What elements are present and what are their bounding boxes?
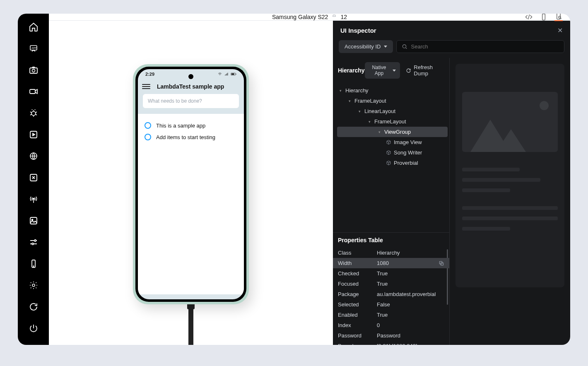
topbar-right-actions: [525, 14, 563, 21]
cube-icon: [386, 140, 391, 145]
table-row[interactable]: Index0: [333, 320, 449, 330]
device-icon[interactable]: [540, 14, 548, 21]
svg-point-25: [403, 45, 406, 48]
bug-icon[interactable]: [29, 108, 39, 118]
tree-node[interactable]: ▾FrameLayout: [337, 116, 448, 127]
inspect-icon[interactable]: [554, 14, 563, 21]
close-icon[interactable]: ✕: [557, 26, 563, 34]
usb-cable-icon: [188, 303, 193, 345]
svg-point-12: [34, 240, 36, 241]
table-row[interactable]: FocusedTrue: [333, 279, 449, 289]
properties-table[interactable]: ClassHierarchy Width1080 CheckedTrue Foc…: [333, 248, 449, 345]
sliders-icon[interactable]: [29, 237, 39, 247]
tree-node[interactable]: ▾FrameLayout: [337, 96, 448, 106]
selector-type-dropdown[interactable]: Accessibility ID: [339, 40, 393, 53]
battery-icon: [231, 72, 236, 76]
sidebar: APP: [18, 14, 49, 345]
inspector-title: UI Inspector: [340, 27, 376, 34]
ui-inspector-panel: UI Inspector ✕ Accessibility ID: [333, 21, 570, 345]
todo-item[interactable]: This is a sample app: [143, 120, 239, 131]
table-row[interactable]: ClassHierarchy: [333, 248, 449, 258]
svg-rect-19: [542, 14, 545, 20]
cube-icon: [386, 160, 391, 166]
phone-device-icon[interactable]: [29, 259, 39, 269]
svg-point-15: [33, 266, 34, 267]
app-icon[interactable]: APP: [29, 43, 39, 53]
tree-node[interactable]: ▾LinearLayout: [337, 106, 448, 116]
svg-point-16: [32, 284, 35, 287]
hamburger-icon[interactable]: [142, 84, 150, 89]
globe-icon[interactable]: [29, 151, 39, 161]
todo-list: This is a sample app Add items to start …: [138, 114, 244, 294]
radio-icon[interactable]: [145, 122, 151, 129]
clock: 2:29: [145, 72, 154, 77]
search-icon: [402, 43, 407, 50]
svg-point-3: [32, 69, 35, 72]
svg-point-18: [335, 16, 335, 16]
app-header: LambdaTest sample app: [138, 79, 244, 94]
tree-node[interactable]: Image View: [337, 137, 448, 147]
table-row[interactable]: EnabledTrue: [333, 310, 449, 320]
table-row[interactable]: Packageau.lambdatest.proverbial: [333, 289, 449, 299]
power-icon[interactable]: [29, 323, 39, 333]
search-field[interactable]: [396, 40, 564, 53]
chevron-down-icon: [384, 46, 387, 48]
app-shell: APP Samsung Galaxy S22 12: [18, 14, 570, 345]
table-row[interactable]: SelectedFalse: [333, 299, 449, 310]
copy-icon[interactable]: [439, 260, 444, 266]
video-icon[interactable]: [29, 87, 39, 96]
image-placeholder-icon: [462, 92, 558, 152]
search-input[interactable]: [411, 43, 559, 50]
svg-point-5: [31, 111, 36, 116]
camera-icon[interactable]: [29, 65, 39, 75]
table-row[interactable]: PasswordPassword: [333, 330, 449, 341]
home-icon[interactable]: [29, 22, 39, 32]
svg-rect-23: [231, 73, 234, 75]
android-icon: [331, 14, 337, 20]
todo-input[interactable]: What needs to be done?: [143, 94, 239, 108]
tree-node[interactable]: Song Writer: [337, 147, 448, 158]
preview-card: [455, 64, 564, 287]
code-icon[interactable]: [525, 14, 533, 21]
device-name: Samsung Galaxy S22: [272, 14, 328, 20]
device-info: Samsung Galaxy S22 12: [272, 14, 347, 20]
phone-screen[interactable]: 2:29 LambdaTest sample app: [138, 69, 244, 299]
properties-title: Properties Table: [333, 232, 449, 248]
svg-rect-2: [30, 68, 37, 73]
svg-point-17: [333, 16, 334, 16]
sync-icon[interactable]: [29, 302, 39, 312]
tree-node[interactable]: Proverbial: [337, 158, 448, 168]
svg-point-9: [33, 198, 34, 200]
phone-frame: 2:29 LambdaTest sample app: [133, 64, 249, 304]
inspector-header: UI Inspector ✕: [333, 21, 570, 40]
tree-node-selected[interactable]: ▾ViewGroup: [337, 127, 448, 137]
table-row[interactable]: Bounds[0,81] [1080,240]: [333, 341, 449, 345]
svg-rect-10: [30, 217, 37, 224]
cube-icon: [386, 150, 391, 155]
wifi-icon: [217, 72, 222, 76]
tree-node[interactable]: ▾Hierarchy: [337, 85, 448, 96]
gear-icon[interactable]: [29, 280, 39, 290]
play-square-icon[interactable]: [29, 130, 39, 140]
content-area: 2:29 LambdaTest sample app: [49, 21, 570, 345]
os-version: 12: [340, 14, 347, 20]
signal-icon: [224, 72, 229, 76]
view-mode-dropdown[interactable]: Native App: [365, 62, 400, 79]
refresh-dump-button[interactable]: Refresh Dump: [406, 64, 444, 77]
svg-point-13: [32, 243, 34, 245]
svg-rect-24: [236, 74, 236, 75]
hierarchy-panel: Hierarchy Native App Refresh Dump: [333, 58, 450, 345]
gallery-icon[interactable]: [29, 216, 39, 226]
camera-dot-icon: [188, 74, 193, 79]
hierarchy-tree[interactable]: ▾Hierarchy ▾FrameLayout ▾LinearLayout ▾F…: [333, 83, 449, 232]
antenna-icon[interactable]: [29, 194, 39, 204]
main: Samsung Galaxy S22 12 2:29: [49, 14, 570, 345]
topbar: Samsung Galaxy S22 12: [49, 14, 570, 21]
table-row[interactable]: Width1080: [333, 258, 449, 268]
radio-icon[interactable]: [145, 134, 151, 140]
table-row[interactable]: CheckedTrue: [333, 268, 449, 279]
todo-item[interactable]: Add items to start testing: [143, 131, 239, 143]
svg-text:APP: APP: [31, 47, 36, 49]
preview-pane: [450, 58, 570, 345]
image-x-icon[interactable]: [29, 173, 39, 183]
